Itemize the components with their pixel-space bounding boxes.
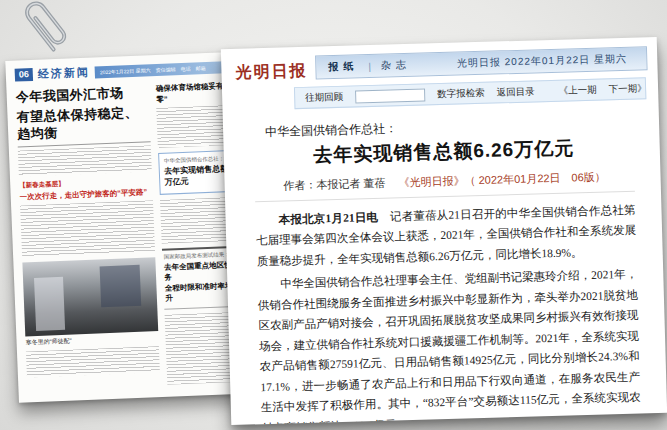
section-title: 经济新闻 [38,65,91,82]
body-text-block [20,200,155,257]
archive-link[interactable]: 往期回顾 [305,90,343,104]
tab-paper[interactable]: 报纸 [328,59,358,74]
epaper-scrapbook-scene: 06 经济新闻 2022年1月22日 星期六 责任编辑 电话 邮箱 今年我国外汇… [0,0,667,430]
article-paragraph-1: 本报北京1月21日电 记者董蓓从21日召开的中华全国供销合作总社第七届理事会第四… [255,200,637,272]
reader-tab-bar: 报纸 | 杂志 光明日报 2022年01月22日 星期六 [315,46,648,79]
body-text-block [18,145,152,176]
article-source[interactable]: 《光明日报》（ 2022年01月22日 06版） [398,170,605,188]
main-headline-line1: 今年我国外汇市场 [15,84,149,106]
article-byline: 作者：本报记者 董蓓 《光明日报》（ 2022年01月22日 06版） [254,169,634,195]
main-headline-line2: 有望总体保持稳定、趋均衡 [16,104,151,143]
article-body: 本报北京1月21日电 记者董蓓从21日召开的中华全国供销合作总社第七届理事会第四… [255,200,642,425]
edition-date: 光明日报 2022年01月22日 星期六 [457,52,627,71]
newspaper-logo: 光明日报 [235,62,307,82]
tab-separator: | [368,60,371,71]
prev-issue-link[interactable]: 《上一期 [558,83,596,97]
next-issue-link[interactable]: 下一期》 [608,82,646,96]
photo-shape [100,265,142,307]
article-paragraph-2: 中华全国供销合作总社理事会主任、党组副书记梁惠玲介绍，2021年，供销合作社围绕… [257,264,641,425]
page-number-badge: 06 [15,68,34,82]
reader-header: 光明日报 报纸 | 杂志 光明日报 2022年01月22日 星期六 [221,37,658,82]
archive-date-input[interactable] [355,88,425,103]
news-photo [22,257,158,336]
dateline-lead: 本报北京1月21日电 [278,211,378,226]
body-text-block [26,346,160,377]
photo-shape [34,277,65,331]
tab-magazine[interactable]: 杂志 [381,58,411,73]
digital-search-link[interactable]: 数字报检索 [437,86,485,100]
epaper-reader-panel: 光明日报 报纸 | 杂志 光明日报 2022年01月22日 星期六 往期回顾 数… [221,37,667,425]
article-view: 中华全国供销合作总社： 去年实现销售总额6.26万亿元 作者：本报记者 董蓓 《… [223,99,667,425]
newspaper-column-left: 今年我国外汇市场 有望总体保持稳定、趋均衡 【新春走基层】 一次次行走，走出守护… [15,84,161,395]
back-to-toc-link[interactable]: 返回目录 [496,85,534,99]
article-author: 作者：本报记者 董蓓 [283,177,385,192]
